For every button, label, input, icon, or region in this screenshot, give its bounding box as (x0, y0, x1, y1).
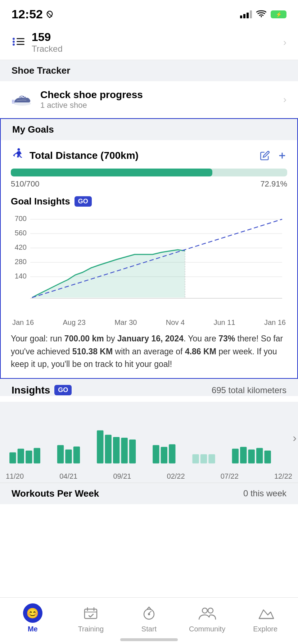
runner-svg (11, 147, 24, 160)
svg-rect-4 (17, 38, 24, 39)
nav-item-start[interactable]: Start (127, 603, 171, 633)
svg-rect-6 (17, 44, 24, 45)
svg-rect-44 (232, 449, 239, 464)
shoe-title: Check shoe progress (40, 89, 143, 101)
progress-bar-fill (11, 169, 212, 176)
bottom-nav: 😊 Me Training Start (0, 597, 298, 644)
svg-rect-28 (26, 451, 32, 464)
go-badge: GO (74, 196, 92, 207)
workouts-row: Workouts Per Week 0 this week (0, 483, 298, 504)
goals-section-header: My Goals (1, 119, 297, 140)
explore-svg (256, 604, 274, 622)
svg-rect-46 (248, 450, 255, 464)
bar-chart-svg (6, 405, 292, 470)
add-goal-icon[interactable] (277, 151, 287, 161)
training-icon (81, 603, 100, 623)
svg-point-9 (23, 96, 24, 97)
signal-bars (240, 10, 252, 18)
svg-rect-45 (240, 447, 247, 463)
svg-rect-48 (264, 451, 271, 464)
svg-line-55 (149, 611, 151, 613)
shoe-progress-row[interactable]: Check shoe progress 1 active shoe › (0, 81, 298, 118)
svg-rect-37 (129, 440, 136, 463)
svg-point-2 (13, 41, 15, 43)
svg-point-0 (261, 16, 262, 17)
tracked-label: Tracked (32, 44, 63, 54)
me-avatar-icon: 😊 (23, 603, 42, 623)
svg-text:140: 140 (15, 272, 27, 280)
shoe-info: Check shoe progress 1 active shoe (40, 89, 143, 110)
svg-rect-38 (153, 445, 159, 463)
wifi-icon (256, 9, 266, 19)
svg-rect-43 (208, 454, 215, 464)
goal-row: Total Distance (700km) (11, 147, 287, 164)
explore-icon (256, 603, 275, 623)
goal-actions[interactable] (260, 151, 287, 161)
shoe-icon (12, 91, 33, 109)
svg-point-3 (13, 43, 15, 46)
community-svg (198, 604, 217, 622)
wifi-svg (256, 9, 266, 17)
svg-point-1 (13, 38, 15, 40)
svg-rect-30 (57, 445, 64, 463)
svg-rect-36 (121, 438, 127, 463)
svg-rect-33 (97, 431, 103, 464)
progress-bar (11, 169, 287, 176)
battery-icon: ⚡ (271, 10, 286, 18)
svg-text:420: 420 (15, 243, 27, 251)
shoe-subtitle: 1 active shoe (40, 101, 143, 110)
insights-left: Insights GO (12, 385, 72, 396)
edit-icon[interactable] (260, 151, 270, 161)
svg-rect-27 (18, 449, 24, 464)
my-goals-section: My Goals Total Distance (700km) (0, 118, 298, 379)
nav-item-training[interactable]: Training (69, 603, 112, 633)
svg-point-11 (18, 148, 20, 151)
goal-description: Your goal: run 700.00 km by January 16, … (11, 332, 287, 371)
progress-current: 510/700 (11, 179, 40, 189)
me-nav-label: Me (28, 625, 38, 633)
chevron-right-icon[interactable]: › (283, 37, 286, 48)
svg-rect-29 (34, 448, 40, 463)
start-svg (140, 604, 158, 622)
insights-section: Insights GO 695 total kilometers (0, 379, 298, 396)
hamburger-icon[interactable] (12, 37, 24, 48)
svg-rect-42 (200, 454, 207, 464)
nav-item-community[interactable]: Community (186, 603, 229, 633)
goal-insights-header: Goal Insights GO (11, 196, 287, 207)
bar-chart-chevron[interactable]: › (293, 431, 297, 444)
training-svg (82, 604, 100, 622)
goal-chart-svg: 700 560 420 280 140 (11, 212, 287, 313)
nav-item-me[interactable]: 😊 Me (11, 603, 54, 633)
svg-text:280: 280 (15, 258, 27, 266)
svg-rect-31 (65, 450, 72, 464)
svg-rect-34 (105, 435, 112, 464)
start-nav-label: Start (141, 625, 157, 633)
goals-content: Total Distance (700km) 510/700 (1, 140, 297, 378)
svg-rect-35 (113, 437, 119, 463)
svg-rect-5 (17, 41, 24, 42)
home-indicator (120, 638, 178, 641)
time-display: 12:52 (12, 7, 43, 21)
progress-percent: 72.91% (260, 179, 287, 189)
shoe-chevron-icon[interactable]: › (283, 94, 286, 105)
tracked-count: 159 (32, 31, 63, 44)
tracked-header[interactable]: 159 Tracked › (0, 25, 298, 60)
svg-point-8 (21, 97, 22, 98)
nav-item-explore[interactable]: Explore (244, 603, 287, 633)
status-icons: ⚡ (240, 9, 286, 19)
insights-total-km: 695 total kilometers (212, 385, 286, 395)
shoe-left: Check shoe progress 1 active shoe (12, 89, 143, 110)
svg-rect-47 (256, 448, 263, 463)
chart-x-labels: Jan 16 Aug 23 Mar 30 Nov 4 Jun 11 Jan 16 (11, 318, 287, 327)
explore-nav-label: Explore (253, 625, 277, 633)
location-icon (46, 10, 54, 18)
svg-rect-39 (161, 447, 167, 463)
shoe-tracker-title: Shoe Tracker (12, 65, 286, 76)
status-time: 12:52 (12, 7, 54, 21)
insights-section-title: Insights (12, 385, 50, 396)
svg-point-10 (25, 97, 26, 98)
goal-left: Total Distance (700km) (11, 147, 139, 164)
svg-point-56 (202, 608, 207, 613)
goals-title: My Goals (12, 124, 286, 135)
status-bar: 12:52 ⚡ (0, 0, 298, 25)
